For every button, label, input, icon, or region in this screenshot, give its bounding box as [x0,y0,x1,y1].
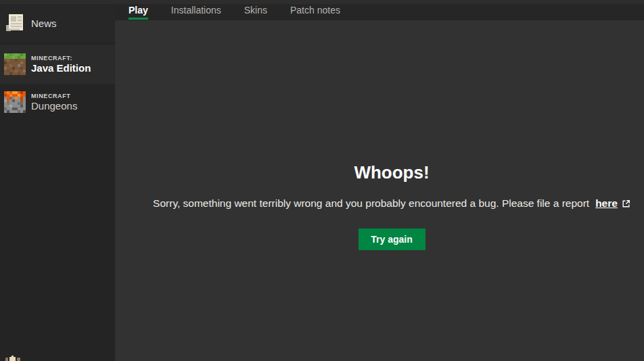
newspaper-icon [4,12,26,34]
sidebar-item-dungeons[interactable]: MINECRAFT Dungeons [0,84,115,120]
java-edition-label: Java Edition [31,62,91,74]
try-again-button[interactable]: Try again [359,228,426,250]
sidebar-item-dungeons-text: MINECRAFT Dungeons [31,93,77,112]
error-message: Sorry, something went terribly wrong and… [153,197,589,210]
window-top-strip [0,0,644,4]
grass-block-icon [4,53,26,75]
error-panel: Whoops! Sorry, something went terribly w… [153,162,630,250]
main-panel: Play Installations Skins Patch notes Who… [115,0,644,361]
sidebar-item-news[interactable]: News [0,4,115,42]
dungeons-icon [4,91,26,113]
error-message-line: Sorry, something went terribly wrong and… [153,197,630,210]
sidebar-item-news-label: News [31,18,57,29]
java-edition-kicker: MINECRAFT: [31,55,91,62]
external-link-icon[interactable] [622,199,630,208]
sidebar-partial-item-icon[interactable] [0,356,41,361]
bug-report-link[interactable]: here [595,197,618,210]
play-tab-content: Whoops! Sorry, something went terribly w… [115,20,644,361]
sidebar-item-java-edition[interactable]: MINECRAFT: Java Edition [0,45,115,84]
error-title: Whoops! [354,162,429,183]
dungeons-kicker: MINECRAFT [31,93,77,99]
sidebar: News [0,0,115,361]
sidebar-item-java-edition-text: MINECRAFT: Java Edition [31,55,91,74]
dungeons-label: Dungeons [31,100,77,112]
